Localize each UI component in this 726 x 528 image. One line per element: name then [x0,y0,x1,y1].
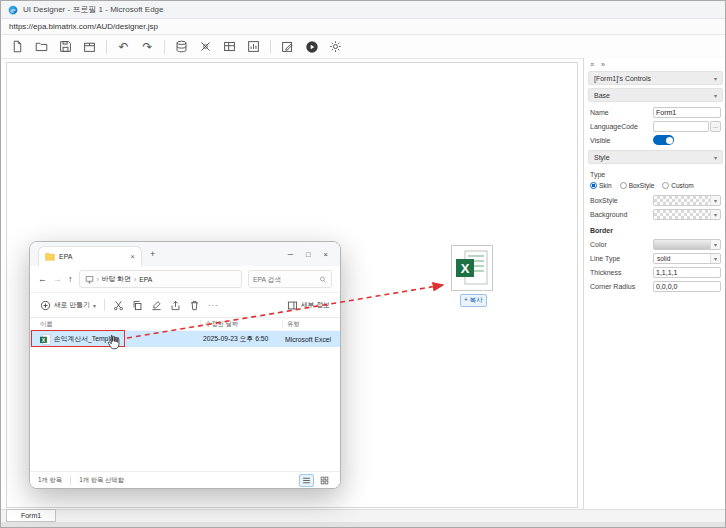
view-buttons [299,474,332,487]
share-button[interactable] [170,300,181,311]
thickness-label: Thickness [590,269,622,276]
icons-view-button[interactable] [317,474,332,487]
rename-icon [151,300,162,311]
border-color-property-row: Color ▾ [588,237,723,251]
visible-toggle[interactable] [653,135,674,145]
url-bar[interactable]: https://epa.bimatrix.com/AUD/designer.js… [1,19,725,35]
footer-bar [1,509,725,522]
up-button[interactable]: ↑ [68,274,73,284]
close-button[interactable]: × [324,250,328,259]
command-divider [104,299,105,311]
breadcrumb-separator: › [97,276,99,283]
settings-button[interactable] [325,37,346,56]
new-button[interactable]: 새로 만들기 ▾ [40,300,96,311]
cut-button[interactable] [113,300,124,311]
desktop-icon [85,275,94,284]
boxstyle-dropdown[interactable]: ▾ [653,195,721,206]
tab-close-icon[interactable]: × [130,252,135,261]
panel-expand-icon[interactable]: » [601,61,605,68]
name-label: Name [590,109,609,116]
details-view-button[interactable] [299,474,314,487]
file-explorer-window: EPA × + ─ □ × ← → ↑ › 바탕 화면 › EPA [29,241,341,489]
database-button[interactable] [171,37,192,56]
edit-button[interactable] [277,37,298,56]
new-file-button[interactable] [7,37,28,56]
controls-header[interactable]: [Form1]'s Controls ▾ [588,71,723,85]
explorer-tab[interactable]: EPA × [38,246,142,266]
style-section-header[interactable]: Style ▾ [588,150,723,164]
package-icon [83,40,96,53]
thickness-input[interactable] [653,267,721,278]
run-button[interactable] [301,37,322,56]
save-button[interactable] [55,37,76,56]
details-pane-icon [287,300,298,311]
delete-button[interactable] [189,300,200,311]
new-button-label: 새로 만들기 [54,300,90,310]
search-input[interactable] [253,276,317,283]
file-type: Microsoft Excel [281,336,340,343]
corner-radius-input[interactable] [653,281,721,292]
type-custom-label: Custom [671,182,693,189]
share-icon [170,300,181,311]
redo-button[interactable]: ↷ [137,37,158,56]
toolbar-divider [270,40,271,54]
address-bar[interactable]: › 바탕 화면 › EPA [79,270,243,288]
border-color-dropdown[interactable]: ▾ [653,239,721,250]
languagecode-input[interactable] [653,121,709,132]
new-tab-button[interactable]: + [150,249,155,259]
column-name[interactable]: 이름 [40,320,200,329]
search-box[interactable] [248,270,332,288]
copy-button[interactable] [132,300,143,311]
dropped-excel-control[interactable]: X [451,245,493,291]
build-tools-button[interactable] [195,37,216,56]
type-custom-radio[interactable]: Custom [662,182,693,189]
table-button[interactable] [219,37,240,56]
drag-hand-cursor [105,334,123,352]
details-pane-button[interactable]: 세부 정보 [287,300,330,311]
chevron-down-icon: ▾ [714,255,717,262]
save-icon [59,40,72,53]
back-button[interactable]: ← [38,274,47,284]
form1-tab[interactable]: Form1 [6,509,56,522]
rename-button[interactable] [151,300,162,311]
toolbar-divider [164,40,165,54]
form1-tab-label: Form1 [21,512,41,519]
background-dropdown[interactable]: ▾ [653,209,721,220]
border-section-label: Border [588,221,723,237]
tab-title: EPA [59,253,73,260]
languagecode-more-button[interactable]: ... [710,121,721,132]
boxstyle-label: BoxStyle [590,197,618,204]
minimize-button[interactable]: ─ [288,250,293,259]
type-skin-radio[interactable]: Skin [590,182,612,189]
breadcrumb-folder[interactable]: EPA [139,276,152,283]
edit-icon [281,40,294,53]
radio-icon [662,182,669,189]
titlebar: UI Designer - 프로필 1 - Microsoft Edge [1,1,725,19]
forward-button[interactable]: → [53,274,62,284]
chart-button[interactable] [243,37,264,56]
name-input[interactable] [653,107,721,118]
breadcrumb-separator: › [134,276,136,283]
details-pane-label: 세부 정보 [301,300,330,310]
more-options-button[interactable]: ··· [208,301,219,310]
edge-logo-icon [8,5,18,15]
type-boxstyle-radio[interactable]: BoxStyle [620,182,655,189]
line-type-dropdown[interactable]: solid ▾ [653,253,721,264]
base-section-header[interactable]: Base ▾ [588,88,723,102]
plus-circle-icon [40,300,51,311]
column-date[interactable]: 수정한 날짜 [200,320,282,329]
languagecode-property-row: LanguageCode ... [588,119,723,133]
explorer-command-bar: 새로 만들기 ▾ ··· 세부 정보 [30,293,340,318]
corner-radius-property-row: Corner Radius [588,279,723,293]
boxstyle-property-row: BoxStyle ▾ [588,193,723,207]
breadcrumb-desktop[interactable]: 바탕 화면 [102,274,131,284]
maximize-button[interactable]: □ [306,250,311,259]
package-button[interactable] [79,37,100,56]
panel-menu-icon[interactable]: ≡ [590,61,594,68]
open-folder-button[interactable] [31,37,52,56]
column-type[interactable]: 유형 [282,320,340,329]
type-label: Type [590,171,605,178]
undo-button[interactable]: ↶ [113,37,134,56]
window-bottom-edge [1,522,725,528]
toolbar-divider [106,40,107,54]
